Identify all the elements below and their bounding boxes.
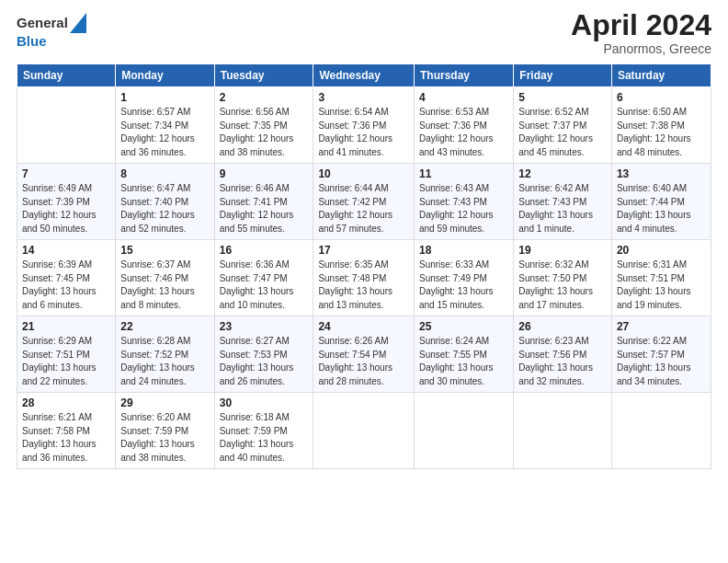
daylight-text: Daylight: 13 hours and 17 minutes.	[518, 285, 607, 312]
table-row: 27 Sunrise: 6:22 AM Sunset: 7:57 PM Dayl…	[611, 316, 711, 393]
logo-icon	[70, 13, 86, 33]
table-row: 8 Sunrise: 6:47 AM Sunset: 7:40 PM Dayli…	[116, 164, 214, 240]
sunrise-text: Sunrise: 6:47 AM	[120, 182, 209, 196]
header-monday: Monday	[116, 64, 214, 87]
day-number: 19	[518, 244, 607, 257]
day-number: 13	[617, 167, 706, 180]
table-row: 29 Sunrise: 6:20 AM Sunset: 7:59 PM Dayl…	[116, 393, 214, 469]
table-row	[17, 87, 116, 164]
table-row: 11 Sunrise: 6:43 AM Sunset: 7:43 PM Dayl…	[414, 164, 513, 240]
table-row: 10 Sunrise: 6:44 AM Sunset: 7:42 PM Dayl…	[313, 164, 415, 240]
table-row: 21 Sunrise: 6:29 AM Sunset: 7:51 PM Dayl…	[17, 316, 116, 393]
header-tuesday: Tuesday	[214, 64, 313, 87]
sunrise-text: Sunrise: 6:32 AM	[518, 259, 607, 272]
daylight-text: Daylight: 12 hours and 59 minutes.	[419, 209, 508, 236]
day-info: Sunrise: 6:50 AM Sunset: 7:38 PM Dayligh…	[617, 106, 706, 159]
table-row: 2 Sunrise: 6:56 AM Sunset: 7:35 PM Dayli…	[214, 87, 313, 164]
header-friday: Friday	[514, 64, 612, 87]
sunset-text: Sunset: 7:51 PM	[22, 349, 110, 362]
table-row: 24 Sunrise: 6:26 AM Sunset: 7:54 PM Dayl…	[313, 316, 415, 393]
day-number: 6	[617, 91, 706, 104]
header: General Blue April 2024 Panormos, Greece	[17, 9, 711, 56]
table-row: 15 Sunrise: 6:37 AM Sunset: 7:46 PM Dayl…	[116, 240, 214, 316]
sunrise-text: Sunrise: 6:36 AM	[220, 259, 309, 272]
sunset-text: Sunset: 7:38 PM	[617, 120, 706, 133]
calendar-week-row: 1 Sunrise: 6:57 AM Sunset: 7:34 PM Dayli…	[17, 87, 711, 164]
sunrise-text: Sunrise: 6:31 AM	[617, 259, 706, 272]
table-row: 23 Sunrise: 6:27 AM Sunset: 7:53 PM Dayl…	[214, 316, 313, 393]
daylight-text: Daylight: 12 hours and 43 minutes.	[419, 132, 508, 159]
header-wednesday: Wednesday	[313, 64, 415, 87]
sunrise-text: Sunrise: 6:23 AM	[518, 335, 607, 349]
daylight-text: Daylight: 13 hours and 4 minutes.	[617, 209, 706, 236]
day-number: 29	[120, 396, 209, 409]
sunset-text: Sunset: 7:57 PM	[617, 349, 706, 362]
daylight-text: Daylight: 13 hours and 1 minute.	[518, 209, 607, 236]
calendar-week-row: 28 Sunrise: 6:21 AM Sunset: 7:58 PM Dayl…	[17, 393, 711, 469]
day-info: Sunrise: 6:40 AM Sunset: 7:44 PM Dayligh…	[617, 182, 706, 236]
day-number: 16	[220, 244, 309, 257]
daylight-text: Daylight: 13 hours and 6 minutes.	[22, 285, 110, 312]
sunset-text: Sunset: 7:50 PM	[518, 272, 607, 286]
table-row: 28 Sunrise: 6:21 AM Sunset: 7:58 PM Dayl…	[17, 393, 116, 469]
sunrise-text: Sunrise: 6:46 AM	[220, 182, 309, 196]
sunset-text: Sunset: 7:47 PM	[220, 272, 309, 286]
sunrise-text: Sunrise: 6:43 AM	[419, 182, 508, 196]
sunrise-text: Sunrise: 6:33 AM	[419, 259, 508, 272]
sunset-text: Sunset: 7:59 PM	[220, 425, 309, 439]
daylight-text: Daylight: 13 hours and 26 minutes.	[220, 362, 309, 388]
day-info: Sunrise: 6:54 AM Sunset: 7:36 PM Dayligh…	[318, 106, 409, 159]
table-row	[514, 393, 612, 469]
sunrise-text: Sunrise: 6:52 AM	[518, 106, 607, 120]
calendar-week-row: 7 Sunrise: 6:49 AM Sunset: 7:39 PM Dayli…	[17, 164, 711, 240]
sunrise-text: Sunrise: 6:42 AM	[518, 182, 607, 196]
table-row: 20 Sunrise: 6:31 AM Sunset: 7:51 PM Dayl…	[611, 240, 711, 316]
table-row: 6 Sunrise: 6:50 AM Sunset: 7:38 PM Dayli…	[611, 87, 711, 164]
daylight-text: Daylight: 13 hours and 34 minutes.	[617, 362, 706, 388]
day-info: Sunrise: 6:21 AM Sunset: 7:58 PM Dayligh…	[22, 411, 110, 465]
table-row	[313, 393, 415, 469]
day-info: Sunrise: 6:36 AM Sunset: 7:47 PM Dayligh…	[220, 259, 309, 312]
daylight-text: Daylight: 13 hours and 19 minutes.	[617, 285, 706, 312]
day-info: Sunrise: 6:24 AM Sunset: 7:55 PM Dayligh…	[419, 335, 508, 388]
day-number: 27	[617, 320, 706, 333]
day-info: Sunrise: 6:28 AM Sunset: 7:52 PM Dayligh…	[120, 335, 209, 388]
day-number: 10	[318, 167, 409, 180]
day-number: 20	[617, 244, 706, 257]
sunset-text: Sunset: 7:54 PM	[318, 349, 409, 362]
sunrise-text: Sunrise: 6:35 AM	[318, 259, 409, 272]
daylight-text: Daylight: 13 hours and 32 minutes.	[518, 362, 607, 388]
table-row: 1 Sunrise: 6:57 AM Sunset: 7:34 PM Dayli…	[116, 87, 214, 164]
daylight-text: Daylight: 13 hours and 38 minutes.	[120, 438, 209, 465]
sunrise-text: Sunrise: 6:50 AM	[617, 106, 706, 120]
daylight-text: Daylight: 12 hours and 38 minutes.	[220, 132, 309, 159]
day-info: Sunrise: 6:53 AM Sunset: 7:36 PM Dayligh…	[419, 106, 508, 159]
day-info: Sunrise: 6:46 AM Sunset: 7:41 PM Dayligh…	[220, 182, 309, 236]
day-info: Sunrise: 6:57 AM Sunset: 7:34 PM Dayligh…	[120, 106, 209, 159]
logo-general: General	[17, 16, 68, 31]
table-row: 19 Sunrise: 6:32 AM Sunset: 7:50 PM Dayl…	[514, 240, 612, 316]
daylight-text: Daylight: 13 hours and 36 minutes.	[22, 438, 110, 465]
sunset-text: Sunset: 7:36 PM	[318, 120, 409, 133]
table-row	[414, 393, 513, 469]
sunset-text: Sunset: 7:46 PM	[120, 272, 209, 286]
sunrise-text: Sunrise: 6:20 AM	[120, 411, 209, 425]
day-number: 17	[318, 244, 409, 257]
daylight-text: Daylight: 12 hours and 41 minutes.	[318, 132, 409, 159]
day-info: Sunrise: 6:39 AM Sunset: 7:45 PM Dayligh…	[22, 259, 110, 312]
sunrise-text: Sunrise: 6:24 AM	[419, 335, 508, 349]
table-row: 26 Sunrise: 6:23 AM Sunset: 7:56 PM Dayl…	[514, 316, 612, 393]
day-number: 26	[518, 320, 607, 333]
daylight-text: Daylight: 13 hours and 40 minutes.	[220, 438, 309, 465]
daylight-text: Daylight: 12 hours and 45 minutes.	[518, 132, 607, 159]
day-info: Sunrise: 6:23 AM Sunset: 7:56 PM Dayligh…	[518, 335, 607, 388]
table-row: 4 Sunrise: 6:53 AM Sunset: 7:36 PM Dayli…	[414, 87, 513, 164]
table-row: 5 Sunrise: 6:52 AM Sunset: 7:37 PM Dayli…	[514, 87, 612, 164]
sunrise-text: Sunrise: 6:54 AM	[318, 106, 409, 120]
sunrise-text: Sunrise: 6:27 AM	[220, 335, 309, 349]
day-number: 9	[220, 167, 309, 180]
logo: General Blue	[17, 13, 86, 50]
sunset-text: Sunset: 7:35 PM	[220, 120, 309, 133]
day-info: Sunrise: 6:35 AM Sunset: 7:48 PM Dayligh…	[318, 259, 409, 312]
sunrise-text: Sunrise: 6:44 AM	[318, 182, 409, 196]
